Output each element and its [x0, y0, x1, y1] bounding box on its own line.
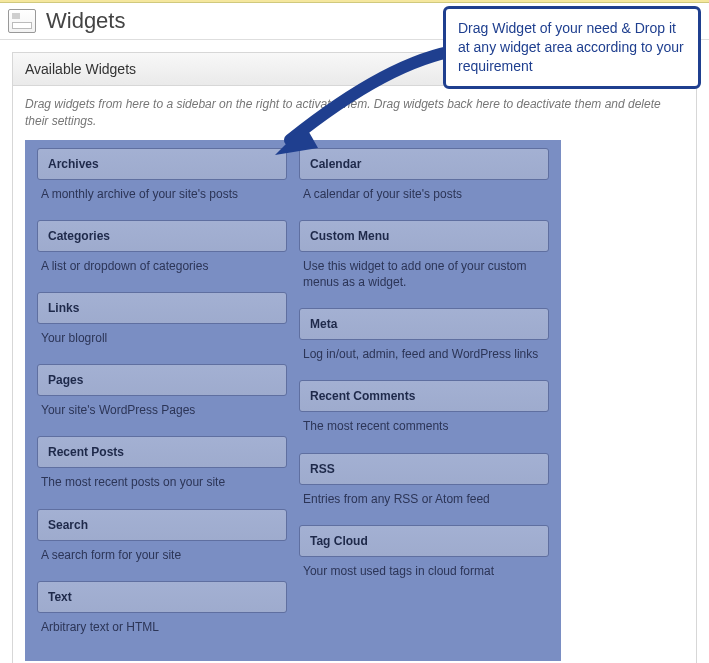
widget-text[interactable]: Text Arbitrary text or HTML — [37, 581, 287, 649]
widget-tag-cloud[interactable]: Tag Cloud Your most used tags in cloud f… — [299, 525, 549, 593]
widget-title[interactable]: Calendar — [299, 148, 549, 180]
page-title: Widgets — [46, 8, 125, 34]
available-widgets-panel: Available Widgets Drag widgets from here… — [12, 52, 697, 663]
widget-title[interactable]: Pages — [37, 364, 287, 396]
widget-desc: A monthly archive of your site's posts — [37, 180, 287, 216]
widgets-column-left: Archives A monthly archive of your site'… — [31, 148, 293, 653]
widget-pages[interactable]: Pages Your site's WordPress Pages — [37, 364, 287, 432]
widget-title[interactable]: Meta — [299, 308, 549, 340]
widget-desc: Arbitrary text or HTML — [37, 613, 287, 649]
widget-rss[interactable]: RSS Entries from any RSS or Atom feed — [299, 453, 549, 521]
widget-recent-posts[interactable]: Recent Posts The most recent posts on yo… — [37, 436, 287, 504]
widgets-icon — [8, 9, 36, 33]
instruction-callout: Drag Widget of your need & Drop it at an… — [443, 6, 701, 89]
widget-title[interactable]: Search — [37, 509, 287, 541]
widget-title[interactable]: Text — [37, 581, 287, 613]
widgets-highlight-area: Archives A monthly archive of your site'… — [25, 140, 561, 661]
widget-meta[interactable]: Meta Log in/out, admin, feed and WordPre… — [299, 308, 549, 376]
widget-desc: Your site's WordPress Pages — [37, 396, 287, 432]
widget-desc: A calendar of your site's posts — [299, 180, 549, 216]
widget-desc: Your blogroll — [37, 324, 287, 360]
help-text: Drag widgets from here to a sidebar on t… — [25, 96, 684, 130]
widget-recent-comments[interactable]: Recent Comments The most recent comments — [299, 380, 549, 448]
widget-title[interactable]: Tag Cloud — [299, 525, 549, 557]
widget-title[interactable]: Recent Comments — [299, 380, 549, 412]
widget-desc: Your most used tags in cloud format — [299, 557, 549, 593]
widget-title[interactable]: Custom Menu — [299, 220, 549, 252]
widget-title[interactable]: Archives — [37, 148, 287, 180]
widget-desc: A search form for your site — [37, 541, 287, 577]
widget-calendar[interactable]: Calendar A calendar of your site's posts — [299, 148, 549, 216]
widget-desc: The most recent comments — [299, 412, 549, 448]
callout-text: Drag Widget of your need & Drop it at an… — [458, 20, 684, 74]
widget-title[interactable]: Categories — [37, 220, 287, 252]
widget-desc: A list or dropdown of categories — [37, 252, 287, 288]
widget-title[interactable]: RSS — [299, 453, 549, 485]
widget-desc: Use this widget to add one of your custo… — [299, 252, 549, 304]
widget-desc: The most recent posts on your site — [37, 468, 287, 504]
panel-body: Drag widgets from here to a sidebar on t… — [13, 86, 696, 663]
widget-title[interactable]: Recent Posts — [37, 436, 287, 468]
widgets-column-right: Calendar A calendar of your site's posts… — [293, 148, 555, 653]
widget-custom-menu[interactable]: Custom Menu Use this widget to add one o… — [299, 220, 549, 304]
widget-title[interactable]: Links — [37, 292, 287, 324]
widget-links[interactable]: Links Your blogroll — [37, 292, 287, 360]
widget-desc: Log in/out, admin, feed and WordPress li… — [299, 340, 549, 376]
widget-archives[interactable]: Archives A monthly archive of your site'… — [37, 148, 287, 216]
widget-desc: Entries from any RSS or Atom feed — [299, 485, 549, 521]
widget-categories[interactable]: Categories A list or dropdown of categor… — [37, 220, 287, 288]
widget-search[interactable]: Search A search form for your site — [37, 509, 287, 577]
